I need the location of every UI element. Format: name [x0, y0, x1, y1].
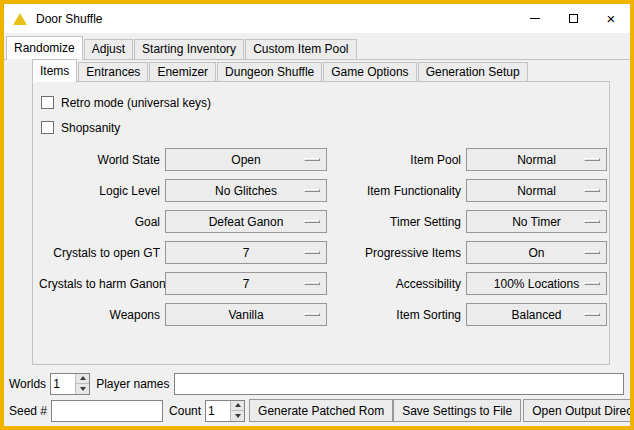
tab-custom-item-pool[interactable]: Custom Item Pool: [245, 39, 356, 59]
minimize-icon: [530, 18, 540, 19]
items-tab-panel: Retro mode (universal keys) Shopsanity W…: [32, 81, 610, 365]
tab-items[interactable]: Items: [32, 59, 77, 83]
arrow-down-icon: [80, 387, 86, 391]
worlds-input[interactable]: [51, 374, 75, 394]
tab-starting-inventory[interactable]: Starting Inventory: [134, 39, 244, 59]
inner-tab-bar: Items Entrances Enemizer Dungeon Shuffle…: [32, 59, 610, 82]
generate-patched-rom-button[interactable]: Generate Patched Rom: [249, 399, 393, 422]
dropdown-indicator-icon: [304, 189, 320, 192]
arrow-up-icon: [235, 403, 241, 407]
timer-setting-value: No Timer: [512, 215, 561, 229]
outer-tab-bar: Randomize Adjust Starting Inventory Cust…: [4, 33, 630, 60]
shopsanity-label: Shopsanity: [61, 121, 120, 135]
spin-up-button[interactable]: [76, 374, 89, 384]
item-sorting-dropdown[interactable]: Balanced: [466, 303, 607, 326]
title-bar: Door Shuffle ×: [4, 4, 630, 33]
dropdown-indicator-icon: [584, 251, 600, 254]
save-settings-button[interactable]: Save Settings to File: [393, 399, 521, 422]
tab-entrances[interactable]: Entrances: [78, 62, 148, 82]
seed-row: Seed # Count Generate Patched Rom Save S…: [9, 399, 624, 422]
tab-dungeon-shuffle[interactable]: Dungeon Shuffle: [217, 62, 322, 82]
dropdown-indicator-icon: [304, 158, 320, 161]
crystals-gt-dropdown[interactable]: 7: [165, 241, 327, 264]
goal-label: Goal: [39, 215, 160, 229]
close-button[interactable]: ×: [592, 4, 630, 33]
app-icon: [13, 13, 27, 25]
worlds-spin-buttons: [75, 374, 89, 394]
tab-enemizer[interactable]: Enemizer: [149, 62, 216, 82]
player-names-input[interactable]: [174, 373, 625, 395]
seed-input[interactable]: [51, 400, 163, 422]
retro-mode-label: Retro mode (universal keys): [61, 96, 211, 110]
spin-up-button[interactable]: [231, 401, 244, 411]
crystals-ganon-value: 7: [243, 277, 250, 291]
timer-setting-label: Timer Setting: [332, 215, 461, 229]
crystals-gt-label: Crystals to open GT: [39, 246, 160, 260]
item-pool-label: Item Pool: [332, 153, 461, 167]
tab-generation-setup[interactable]: Generation Setup: [418, 62, 528, 82]
dropdown-indicator-icon: [304, 251, 320, 254]
arrow-down-icon: [235, 414, 241, 418]
goal-value: Defeat Ganon: [209, 215, 284, 229]
weapons-value: Vanilla: [228, 308, 263, 322]
world-state-dropdown[interactable]: Open: [165, 148, 327, 171]
worlds-row: Worlds Player names: [9, 372, 624, 395]
accessibility-dropdown[interactable]: 100% Locations: [466, 272, 607, 295]
retro-mode-row: Retro mode (universal keys): [39, 90, 609, 115]
progressive-items-dropdown[interactable]: On: [466, 241, 607, 264]
dropdown-indicator-icon: [584, 158, 600, 161]
crystals-gt-value: 7: [243, 246, 250, 260]
shopsanity-row: Shopsanity: [39, 115, 609, 140]
crystals-ganon-label: Crystals to harm Ganon: [39, 277, 160, 291]
inner-notebook: Items Entrances Enemizer Dungeon Shuffle…: [32, 59, 610, 365]
dropdown-indicator-icon: [304, 313, 320, 316]
spin-down-button[interactable]: [76, 383, 89, 394]
maximize-button[interactable]: [554, 4, 592, 33]
progressive-items-value: On: [528, 246, 544, 260]
logic-level-label: Logic Level: [39, 184, 160, 198]
door-shuffle-window: Door Shuffle × Randomize Adjust Starting…: [0, 0, 634, 430]
item-functionality-value: Normal: [517, 184, 556, 198]
item-functionality-dropdown[interactable]: Normal: [466, 179, 607, 202]
window-controls: ×: [516, 4, 630, 33]
dropdown-indicator-icon: [584, 189, 600, 192]
item-pool-value: Normal: [517, 153, 556, 167]
count-spinbox: [205, 400, 245, 422]
seed-label: Seed #: [9, 404, 47, 418]
weapons-label: Weapons: [39, 308, 160, 322]
logic-level-value: No Glitches: [215, 184, 277, 198]
dropdown-indicator-icon: [584, 220, 600, 223]
item-pool-dropdown[interactable]: Normal: [466, 148, 607, 171]
weapons-dropdown[interactable]: Vanilla: [165, 303, 327, 326]
arrow-up-icon: [80, 376, 86, 380]
tab-game-options[interactable]: Game Options: [323, 62, 416, 82]
worlds-spinbox: [50, 373, 90, 395]
logic-level-dropdown[interactable]: No Glitches: [165, 179, 327, 202]
accessibility-value: 100% Locations: [494, 277, 579, 291]
crystals-ganon-dropdown[interactable]: 7: [165, 272, 327, 295]
count-label: Count: [169, 404, 201, 418]
window-title: Door Shuffle: [36, 12, 103, 26]
shopsanity-checkbox[interactable]: [41, 121, 54, 134]
maximize-icon: [569, 14, 578, 23]
options-grid: World State Open Item Pool Normal Logic …: [39, 148, 609, 326]
open-output-directory-button[interactable]: Open Output Directory: [523, 399, 634, 422]
spin-down-button[interactable]: [231, 410, 244, 421]
item-sorting-label: Item Sorting: [332, 308, 461, 322]
count-input[interactable]: [206, 401, 230, 421]
dropdown-indicator-icon: [584, 313, 600, 316]
retro-mode-checkbox[interactable]: [41, 96, 54, 109]
timer-setting-dropdown[interactable]: No Timer: [466, 210, 607, 233]
minimize-button[interactable]: [516, 4, 554, 33]
world-state-value: Open: [231, 153, 260, 167]
worlds-label: Worlds: [9, 377, 46, 391]
tab-adjust[interactable]: Adjust: [84, 39, 133, 59]
tab-randomize[interactable]: Randomize: [6, 36, 83, 60]
goal-dropdown[interactable]: Defeat Ganon: [165, 210, 327, 233]
close-icon: ×: [607, 11, 616, 26]
player-names-label: Player names: [96, 377, 169, 391]
item-functionality-label: Item Functionality: [332, 184, 461, 198]
dropdown-indicator-icon: [304, 282, 320, 285]
item-sorting-value: Balanced: [511, 308, 561, 322]
world-state-label: World State: [39, 153, 160, 167]
